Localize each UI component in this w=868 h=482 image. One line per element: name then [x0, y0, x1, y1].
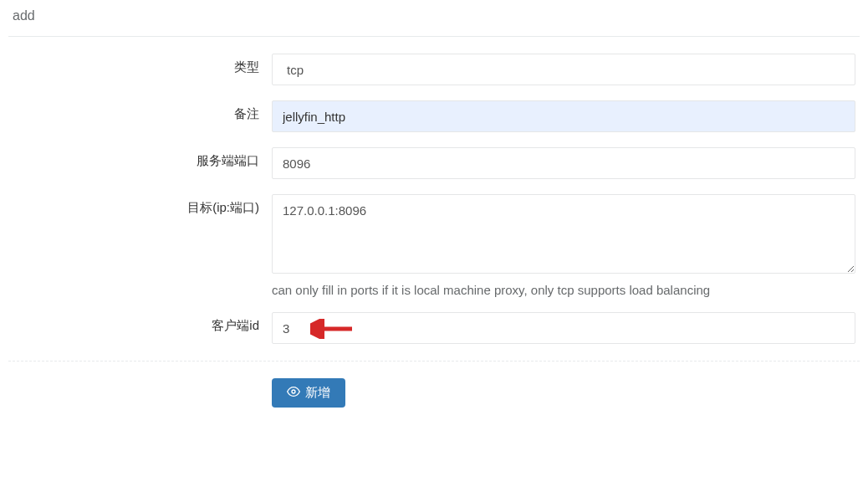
submit-button[interactable]: 新增 [272, 378, 345, 408]
target-label: 目标(ip:端口) [8, 194, 272, 216]
server-port-input[interactable] [272, 147, 855, 179]
client-id-label: 客户端id [8, 312, 272, 334]
server-port-label: 服务端端口 [8, 147, 272, 169]
type-label: 类型 [8, 54, 272, 75]
eye-icon [287, 385, 300, 401]
page-title: add [8, 0, 860, 37]
type-select[interactable]: tcp [272, 54, 855, 85]
form-group-server-port: 服务端端口 [8, 147, 860, 179]
remark-label: 备注 [8, 100, 272, 122]
remark-input[interactable] [272, 100, 855, 132]
submit-button-label: 新增 [305, 385, 330, 401]
form-group-remark: 备注 [8, 100, 860, 132]
form-group-type: 类型 tcp [8, 54, 860, 85]
client-id-input[interactable] [272, 312, 855, 344]
form-group-client-id: 客户端id [8, 312, 860, 344]
target-help-text: can only fill in ports if it is local ma… [272, 283, 855, 297]
divider [8, 361, 860, 362]
form-group-target: 目标(ip:端口) can only fill in ports if it i… [8, 194, 860, 297]
svg-point-2 [292, 390, 295, 393]
target-textarea[interactable] [272, 194, 855, 274]
